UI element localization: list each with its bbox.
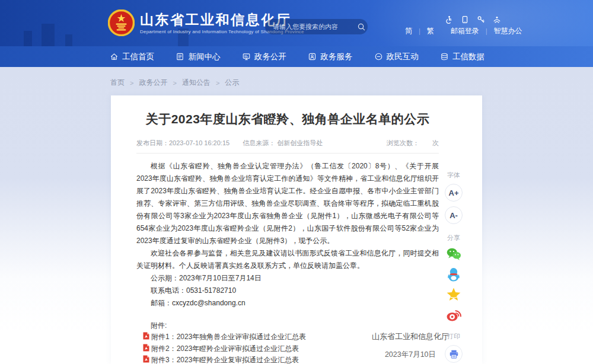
nav-label: 政务公开 xyxy=(254,52,286,62)
nav-item-gov-service[interactable]: 政务服务 xyxy=(308,52,352,62)
attachment-label: 附件3：2023年瞪羚企业复审拟通过企业汇总表 xyxy=(151,355,299,364)
public-notice-period: 公示期：2023年7月10日至7月14日 xyxy=(136,272,439,285)
article-card: 关于2023年度山东省瞪羚、独角兽企业名单的公示 发布日期：2023-07-10… xyxy=(111,95,482,364)
article-meta: 发布日期：2023-07-10 16:20:15 信息来源： 创新创业指导处 浏… xyxy=(136,139,439,148)
breadcrumb-home[interactable]: 首页 xyxy=(110,78,125,88)
signature-org: 山东省工业和信息化厅 xyxy=(372,331,449,342)
info-source: 信息来源： 创新创业指导处 xyxy=(243,139,323,148)
cityscape-decor xyxy=(65,34,72,46)
main-nav: 工信首页 新闻中心 政务公开 xyxy=(0,46,593,67)
share-wechat-button[interactable] xyxy=(446,246,462,262)
keys-icon[interactable] xyxy=(477,15,485,24)
nav-item-data[interactable]: 工信数据 xyxy=(440,52,484,62)
nav-item-home[interactable]: 工信首页 xyxy=(110,52,154,62)
share-qq-button[interactable] xyxy=(446,266,462,282)
database-icon xyxy=(440,52,449,61)
font-decrease-button[interactable]: A- xyxy=(445,206,463,224)
breadcrumb-gov-open[interactable]: 政务公开 xyxy=(139,78,167,88)
pdf-icon xyxy=(143,344,149,352)
paragraph: 根据《山东省瞪羚、独角兽企业认定管理办法》（鲁工信发〔2020〕8号）、《关于开… xyxy=(136,160,439,247)
smart-office-link[interactable]: 智慧办公 xyxy=(494,26,522,36)
nav-item-interaction[interactable]: 政民互动 xyxy=(374,52,419,62)
home-icon xyxy=(110,52,119,61)
signature-block: 山东省工业和信息化厅 2023年7月10日 xyxy=(372,331,449,360)
article-body: 根据《山东省瞪羚、独角兽企业认定管理办法》（鲁工信发〔2020〕8号）、《关于开… xyxy=(136,160,439,309)
pdf-icon xyxy=(143,355,149,363)
divider: ｜ xyxy=(416,27,423,36)
share-weibo-button[interactable] xyxy=(446,306,462,323)
side-toolbar: 字体 A+ A- 分享 xyxy=(439,171,468,363)
pdf-icon xyxy=(143,332,149,340)
nav-label: 政务服务 xyxy=(320,52,352,62)
meta-divider xyxy=(136,153,439,154)
weibo-icon xyxy=(446,307,461,323)
smart-office-icon[interactable] xyxy=(493,15,501,24)
nav-label: 工信数据 xyxy=(452,52,484,62)
lang-simplified[interactable]: 简 xyxy=(405,26,412,36)
attachment-label: 附件2：2023年瞪羚企业评审拟通过企业汇总表 xyxy=(151,343,299,355)
share-label: 分享 xyxy=(447,234,460,242)
share-qzone-button[interactable] xyxy=(446,286,462,302)
cityscape-decor xyxy=(42,24,55,46)
qzone-icon xyxy=(446,287,461,302)
printer-icon xyxy=(449,349,459,359)
font-increase-button[interactable]: A+ xyxy=(445,184,463,202)
national-emblem-icon xyxy=(108,9,135,36)
search-icon[interactable] xyxy=(357,23,366,31)
font-label: 字体 xyxy=(447,171,460,179)
interact-icon xyxy=(374,52,383,61)
breadcrumb-current: 公示 xyxy=(225,78,239,88)
contact-email: 邮箱：cxcyzdc@shandong.cn xyxy=(136,297,439,309)
breadcrumb-notices[interactable]: 通知公告 xyxy=(182,78,211,88)
monitor-icon xyxy=(242,52,251,61)
views-suffix: 次 xyxy=(432,139,439,148)
page: 山东省工业和信息化厅 Department of Industry and In… xyxy=(0,0,593,364)
news-icon xyxy=(176,52,184,61)
nav-item-gov-open[interactable]: 政务公开 xyxy=(242,52,286,62)
nav-label: 工信首页 xyxy=(122,52,154,62)
breadcrumb: 首页 > 政务公开 > 通知公告 > 公示 xyxy=(110,78,239,88)
mail-login-link[interactable]: 邮箱登录 xyxy=(451,26,479,36)
divider: ｜ xyxy=(483,27,490,36)
device-icon[interactable] xyxy=(461,15,469,24)
header-utility-icons xyxy=(445,15,501,24)
nav-label: 新闻中心 xyxy=(188,52,220,62)
breadcrumb-separator: > xyxy=(216,79,219,87)
page-title: 关于2023年度山东省瞪羚、独角兽企业名单的公示 xyxy=(136,111,439,127)
paragraph: 欢迎社会各界参与监督，相关意见及建议请以书面形式反馈省工业和信息化厅，同时提交相… xyxy=(136,247,439,272)
cityscape-decor xyxy=(24,31,32,46)
contact-phone: 联系电话：0531-51782710 xyxy=(136,285,439,297)
header-quick-links: 简 ｜ 繁 邮箱登录 ｜ 智慧办公 xyxy=(405,26,522,36)
nav-item-news[interactable]: 新闻中心 xyxy=(176,52,220,62)
service-icon xyxy=(308,52,317,61)
breadcrumb-separator: > xyxy=(130,79,133,87)
print-label: 打印 xyxy=(447,332,460,340)
nav-label: 政民互动 xyxy=(387,52,419,62)
search-input[interactable] xyxy=(273,23,357,30)
search-bar[interactable] xyxy=(265,19,368,34)
wechat-icon xyxy=(446,247,461,262)
site-header: 山东省工业和信息化厅 Department of Industry and In… xyxy=(0,0,593,46)
breadcrumb-separator: > xyxy=(173,79,176,87)
qq-icon xyxy=(446,267,461,282)
attachments-label: 附件: xyxy=(136,320,439,331)
attachment-label: 附件1：2023年独角兽企业评审拟通过企业汇总表 xyxy=(151,331,306,343)
print-button[interactable] xyxy=(445,345,463,363)
publish-date: 发布日期：2023-07-10 16:20:15 xyxy=(136,139,229,148)
lang-traditional[interactable]: 繁 xyxy=(427,26,434,36)
signature-date: 2023年7月10日 xyxy=(372,350,449,360)
views-label: 浏览次数： xyxy=(387,139,419,148)
accessibility-icon[interactable] xyxy=(445,15,453,24)
